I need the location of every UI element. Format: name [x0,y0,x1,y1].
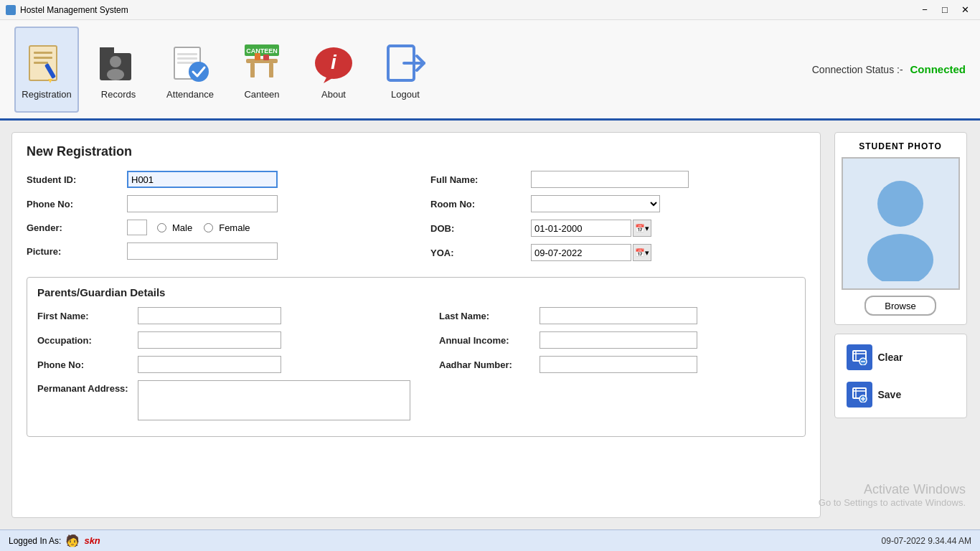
yoa-row: YOA: 📅▾ [430,244,806,261]
yoa-input[interactable] [531,244,631,261]
yoa-label: YOA: [430,248,531,258]
photo-box [842,157,960,290]
fullname-input[interactable] [531,171,689,188]
fullname-row: Full Name: [430,171,806,188]
svg-rect-21 [263,55,269,60]
address-textarea[interactable] [138,380,410,420]
female-radio[interactable] [204,223,213,232]
svg-rect-11 [177,53,197,55]
dob-label: DOB: [430,223,531,234]
save-label: Save [878,389,902,400]
svg-text:CANTEEN: CANTEEN [246,47,278,55]
parent-lastname-input[interactable] [540,307,697,324]
minimize-button[interactable]: − [915,3,934,17]
roomno-label: Room No: [430,199,531,209]
parent-phone-label: Phone No: [37,359,138,370]
dob-calendar-button[interactable]: 📅▾ [633,220,651,237]
connection-status: Connection Status :- Connected [812,63,966,75]
parent-firstname-input[interactable] [138,307,281,324]
toolbar: Registration Records [0,20,980,121]
aadhar-row: Aadhar Number: [439,356,795,373]
save-icon [847,382,872,408]
female-label: Female [219,222,250,233]
title-bar-left: Hostel Management System [6,5,128,15]
svg-rect-3 [34,62,48,64]
save-button[interactable]: Save [842,379,959,410]
canteen-icon: CANTEEN [240,42,283,85]
gender-label: Gender: [27,222,127,233]
datetime: 09-07-2022 9.34.44 AM [882,536,971,546]
male-label: Male [172,222,192,233]
student-id-input[interactable] [127,171,278,188]
parent-lastname-row: Last Name: [439,307,795,324]
app-title: Hostel Management System [20,5,128,15]
logged-in-section: Logged In As: 🧑 skn [9,534,100,547]
fullname-label: Full Name: [430,174,531,185]
aadhar-label: Aadhar Number: [439,359,540,370]
records-icon [97,42,140,85]
annual-income-row: Annual Income: [439,331,795,349]
roomno-row: Room No: [430,195,806,212]
student-id-label: Student ID: [27,174,127,185]
parent-firstname-label: First Name: [37,311,138,321]
yoa-field-wrapper: 📅▾ [531,244,651,261]
phone-row: Phone No: [27,195,402,212]
address-row: Permanant Address: [37,380,410,420]
logged-in-label: Logged In As: [9,536,61,546]
username: skn [84,535,100,546]
svg-rect-12 [177,57,197,60]
toolbar-item-canteen[interactable]: CANTEEN Canteen [230,27,294,113]
occupation-input[interactable] [138,331,281,349]
photo-panel: STUDENT PHOTO Browse [834,132,967,325]
svg-rect-2 [34,57,52,59]
toolbar-item-attendance[interactable]: Attendance [158,27,222,113]
logout-icon [384,42,427,85]
svg-rect-1 [34,52,52,54]
svg-point-28 [867,234,933,281]
annual-income-input[interactable] [540,331,697,349]
toolbar-item-records[interactable]: Records [86,27,151,113]
occupation-row: Occupation: [37,331,410,349]
svg-text:i: i [331,51,337,73]
close-button[interactable]: ✕ [956,3,974,17]
parent-phone-input[interactable] [138,356,281,373]
parent-phone-row: Phone No: [37,356,410,373]
browse-button[interactable]: Browse [864,296,936,316]
parent-lastname-label: Last Name: [439,311,540,321]
annual-income-label: Annual Income: [439,335,540,346]
toolbar-item-logout[interactable]: Logout [373,27,438,113]
app-icon [6,5,16,15]
svg-point-8 [110,56,121,67]
phone-label: Phone No: [27,199,127,209]
right-panel: STUDENT PHOTO Browse [832,132,969,518]
parent-firstname-row: First Name: [37,307,410,324]
status-bar: Logged In As: 🧑 skn 09-07-2022 9.34.44 A… [0,529,980,551]
picture-label: Picture: [27,246,127,257]
attendance-label: Attendance [166,89,214,100]
address-label: Permanant Address: [37,380,138,394]
svg-rect-19 [269,63,273,77]
dob-row: DOB: 📅▾ [430,220,806,237]
toolbar-item-about[interactable]: i About [301,27,366,113]
user-icon: 🧑 [65,534,80,547]
attendance-icon [169,42,212,85]
phone-input[interactable] [127,195,278,212]
actions-panel: Clear Save [834,334,967,418]
dob-input[interactable] [531,220,631,237]
photo-title: STUDENT PHOTO [859,141,941,151]
aadhar-input[interactable] [540,356,697,373]
connection-label: Connection Status :- [812,64,903,75]
male-radio[interactable] [157,223,166,232]
student-id-row: Student ID: [27,171,402,188]
picture-input[interactable] [127,242,278,260]
roomno-select[interactable] [531,195,660,212]
records-label: Records [101,89,136,100]
clear-button[interactable]: Clear [842,342,959,373]
yoa-calendar-button[interactable]: 📅▾ [633,244,651,261]
canteen-label: Canteen [244,89,279,100]
svg-rect-7 [100,47,114,56]
form-title: New Registration [27,144,806,159]
gender-options: Male Female [127,220,250,235]
maximize-button[interactable]: □ [936,3,954,17]
toolbar-item-registration[interactable]: Registration [14,27,79,113]
